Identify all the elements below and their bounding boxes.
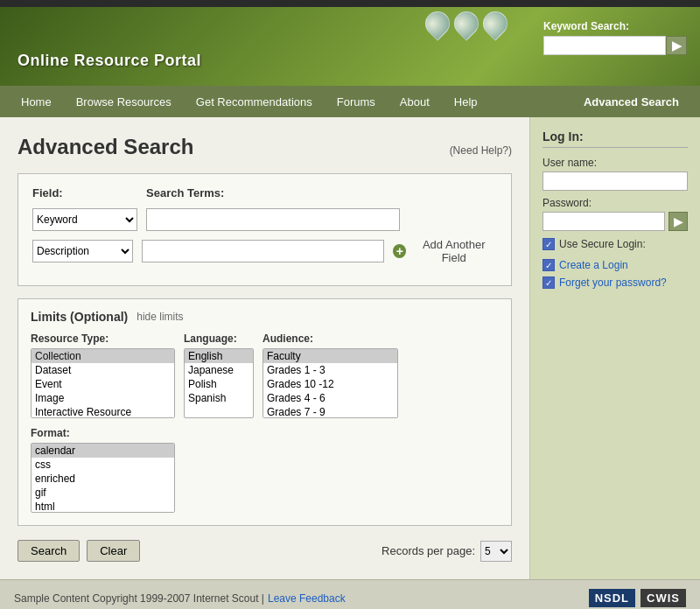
language-list[interactable]: English Japanese Polish Spanish [184,348,254,418]
records-per-page-label: Records per page: [382,544,475,557]
search-row-1: Keyword Description Title Author Subject [32,208,497,231]
password-input[interactable] [542,212,665,231]
forgot-password-row: ✓ Forget your password? [542,276,688,289]
navigation: Home Browse Resources Get Recommendation… [0,86,700,117]
fields-header: Field: Search Terms: [32,186,497,200]
drop-2 [449,7,484,41]
login-section: Log In: User name: Password: ▶ ✓ Use Sec… [542,130,688,289]
footer-left: Sample Content Copyright 1999-2007 Inter… [14,592,346,605]
audience-list[interactable]: Faculty Grades 1 - 3 Grades 10 -12 Grade… [262,348,398,418]
format-row: Format: calendar css enriched gif html j… [31,427,499,513]
login-go-button[interactable]: ▶ [668,212,688,231]
footer-logos: NSDL CWIS [589,589,686,607]
footer: Sample Content Copyright 1999-2007 Inter… [0,579,700,609]
drop-3 [478,7,513,41]
audience-col: Audience: Faculty Grades 1 - 3 Grades 10… [262,332,398,418]
format-label: Format: [31,427,499,439]
drop-1 [420,7,455,41]
plus-icon: + [393,244,406,258]
add-another-field-button[interactable]: + Add Another Field [393,238,497,264]
secure-login-label: Use Secure Login: [559,238,646,250]
records-per-page: Records per page: 5 10 20 50 [382,541,512,562]
language-label: Language: [184,332,254,345]
bottom-row: Search Clear Records per page: 5 10 20 5… [18,540,512,562]
limits-section: Limits (Optional) hide limits Resource T… [18,298,512,526]
create-login-link[interactable]: Create a Login [559,259,628,271]
password-label: Password: [542,197,688,209]
resource-type-col: Resource Type: Collection Dataset Event … [31,332,175,418]
forgot-password-icon: ✓ [542,276,555,289]
resource-type-label: Resource Type: [31,332,175,345]
audience-label: Audience: [262,332,398,345]
keyword-search-input[interactable] [543,36,666,55]
sidebar-links: ✓ Create a Login ✓ Forget your password? [542,259,688,289]
nav-home[interactable]: Home [9,86,64,117]
nav-recommendations[interactable]: Get Recommendations [184,86,325,117]
search-button[interactable]: Search [18,540,80,562]
nav-about[interactable]: About [388,86,442,117]
username-input[interactable] [542,172,688,191]
clear-button[interactable]: Clear [87,540,140,562]
create-login-icon: ✓ [542,259,555,271]
forgot-password-link[interactable]: Forget your password? [559,276,667,289]
login-title: Log In: [542,130,688,148]
sidebar: Log In: User name: Password: ▶ ✓ Use Sec… [529,117,700,579]
need-help-link[interactable]: (Need Help?) [450,144,512,157]
limits-title: Limits (Optional) [31,310,128,324]
content-area: Advanced Search (Need Help?) Field: Sear… [0,117,529,579]
nav-forums[interactable]: Forums [325,86,388,117]
language-col: Language: English Japanese Polish Spanis… [184,332,254,418]
decorative-drops [425,11,508,36]
main-layout: Advanced Search (Need Help?) Field: Sear… [0,117,700,579]
keyword-search-button[interactable]: ▶ [666,36,687,55]
header: Online Resource Portal Keyword Search: ▶ [0,7,700,86]
page-title: Advanced Search [18,135,193,159]
site-title: Online Resource Portal [18,52,201,70]
limits-header: Limits (Optional) hide limits [31,310,499,324]
search-terms-column-label: Search Terms: [146,186,224,200]
page-heading-row: Advanced Search (Need Help?) [18,135,512,159]
keyword-search-label: Keyword Search: [543,20,629,32]
nav-browse-resources[interactable]: Browse Resources [64,86,184,117]
username-label: User name: [542,157,688,169]
records-per-page-select[interactable]: 5 10 20 50 [480,541,512,562]
nav-help[interactable]: Help [442,86,490,117]
resource-type-list[interactable]: Collection Dataset Event Image Interacti… [31,348,175,418]
keyword-search-box: Keyword Search: ▶ [543,20,687,55]
button-group: Search Clear [18,540,140,562]
nav-advanced-search[interactable]: Advanced Search [571,86,691,117]
password-row: ▶ [542,212,688,231]
leave-feedback-link[interactable]: Leave Feedback [268,592,346,605]
create-login-row: ✓ Create a Login [542,259,688,271]
nsdl-logo: NSDL [589,589,635,607]
secure-login-checkbox[interactable]: ✓ [542,238,555,250]
hide-limits-link[interactable]: hide limits [136,311,183,323]
search-fields-box: Field: Search Terms: Keyword Description… [18,173,512,286]
field-select-2[interactable]: Description Keyword Title Author Subject [32,240,133,262]
field-select-1[interactable]: Keyword Description Title Author Subject [32,208,137,231]
footer-copyright: Sample Content Copyright 1999-2007 Inter… [14,592,264,605]
top-bar [0,0,700,7]
format-col: Format: calendar css enriched gif html j… [31,427,499,513]
cwis-logo: CWIS [640,589,686,607]
field-column-label: Field: [32,186,146,200]
search-term-input-1[interactable] [146,208,400,231]
keyword-search-row: ▶ [543,36,687,55]
search-term-input-2[interactable] [142,240,385,262]
search-row-2: Description Keyword Title Author Subject… [32,238,497,264]
limits-grid: Resource Type: Collection Dataset Event … [31,332,499,418]
secure-login-row: ✓ Use Secure Login: [542,238,688,250]
add-another-label: Add Another Field [410,238,497,264]
format-list[interactable]: calendar css enriched gif html jpeg [31,443,175,513]
